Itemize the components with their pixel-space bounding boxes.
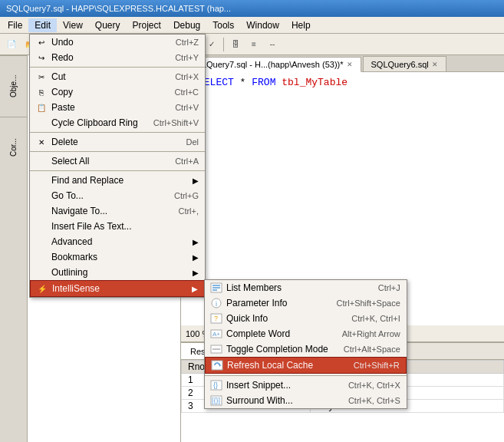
bookmarks-icon: [35, 251, 48, 263]
delete-label: Delete: [51, 137, 78, 147]
menu-outlining[interactable]: Outlining ▶: [30, 265, 205, 280]
menu-insert-file[interactable]: Insert File As Text...: [30, 219, 205, 234]
cycle-shortcut: Ctrl+Shift+V: [138, 118, 199, 127]
tab6-label: SQLQuery6.sql: [371, 60, 429, 69]
menu-cycle-clipboard[interactable]: Cycle Clipboard Ring Ctrl+Shift+V: [30, 115, 205, 130]
cut-label: Cut: [51, 71, 66, 82]
new-query-btn[interactable]: 📄: [3, 36, 20, 53]
submenu-list-members[interactable]: List Members Ctrl+J: [205, 280, 407, 295]
param-info-label: Parameter Info: [226, 298, 287, 308]
menu-edit[interactable]: Edit: [28, 18, 57, 32]
menu-goto[interactable]: Go To... Ctrl+G: [30, 188, 205, 203]
menu-file[interactable]: File: [2, 18, 28, 32]
complete-word-icon: A+: [209, 328, 223, 340]
menu-redo[interactable]: ↪ Redo Ctrl+Y: [30, 50, 205, 65]
copy-icon: ⎘: [35, 86, 48, 98]
comments-btn[interactable]: --: [264, 36, 281, 53]
menu-delete[interactable]: ✕ Delete Del: [30, 134, 205, 150]
menu-tools[interactable]: Tools: [206, 18, 240, 32]
star: *: [240, 77, 246, 88]
menu-project[interactable]: Project: [127, 18, 167, 32]
undo-shortcut: Ctrl+Z: [160, 38, 199, 47]
toggle-completion-label: Toggle Completion Mode: [226, 344, 328, 355]
menu-bookmarks[interactable]: Bookmarks ▶: [30, 249, 205, 265]
svg-text:A+: A+: [212, 331, 220, 338]
submenu-insert-snippet[interactable]: {} Insert Snippet... Ctrl+K, Ctrl+X: [205, 378, 407, 393]
complete-word-label: Complete Word: [226, 328, 290, 339]
list-members-shortcut: Ctrl+J: [363, 283, 400, 292]
submenu-sep: [205, 375, 407, 376]
menu-copy[interactable]: ⎘ Copy Ctrl+C: [30, 84, 205, 100]
menu-advanced[interactable]: Advanced ▶: [30, 234, 205, 249]
redo-icon: ↪: [35, 51, 48, 64]
db-btn[interactable]: 🗄: [227, 36, 244, 53]
bookmarks-label: Bookmarks: [51, 252, 97, 262]
advanced-label: Advanced: [51, 236, 92, 247]
submenu-refresh-cache[interactable]: Refresh Local Cache Ctrl+Shift+R: [205, 357, 407, 374]
param-info-icon: i: [209, 297, 223, 309]
undo-icon: ↩: [35, 36, 48, 48]
nav-icon: [35, 205, 48, 217]
intellisense-label: IntelliSense: [52, 283, 100, 294]
tab-query7[interactable]: SQLQuery7.sql - H...(happ\Anvesh (53))* …: [181, 57, 361, 72]
menu-find-replace[interactable]: Find and Replace ▶: [30, 173, 205, 188]
svg-text:?: ?: [214, 315, 218, 322]
intellisense-icon: ⚡: [35, 282, 49, 295]
submenu-toggle-completion[interactable]: Toggle Completion Mode Ctrl+Alt+Space: [205, 341, 407, 357]
undo-label: Undo: [51, 37, 74, 48]
tab-bar: SQLQuery7.sql - H...(happ\Anvesh (53))* …: [181, 55, 504, 72]
submenu-quick-info[interactable]: ? Quick Info Ctrl+K, Ctrl+I: [205, 311, 407, 326]
kw-from: FROM: [252, 77, 282, 88]
submenu-complete-word[interactable]: A+ Complete Word Alt+Right Arrow: [205, 326, 407, 341]
quick-info-label: Quick Info: [226, 313, 268, 324]
side-tab-obj[interactable]: Obje...: [0, 55, 27, 117]
code-line-2: [198, 91, 498, 106]
outlining-arrow: ▶: [185, 269, 199, 277]
quick-info-shortcut: Ctrl+K, Ctrl+I: [336, 314, 400, 323]
menu-undo[interactable]: ↩ Undo Ctrl+Z: [30, 35, 205, 50]
menu-window[interactable]: Window: [240, 18, 285, 32]
delete-shortcut: Del: [171, 137, 199, 147]
menu-select-all[interactable]: Select All Ctrl+A: [30, 153, 205, 169]
paste-label: Paste: [51, 102, 75, 113]
menu-paste[interactable]: 📋 Paste Ctrl+V: [30, 100, 205, 115]
sep-c: [30, 151, 205, 152]
menu-query[interactable]: Query: [89, 18, 127, 32]
insert-snippet-label: Insert Snippet...: [226, 380, 291, 391]
submenu-surround-with[interactable]: [{}] Surround With... Ctrl+K, Ctrl+S: [205, 393, 407, 408]
find-label: Find and Replace: [51, 175, 124, 186]
tab7-label: SQLQuery7.sql - H...(happ\Anvesh (53))*: [189, 60, 344, 69]
svg-text:{}: {}: [213, 381, 218, 389]
goto-icon: [35, 190, 48, 202]
tab6-close[interactable]: ✕: [432, 61, 438, 68]
menu-debug[interactable]: Debug: [167, 18, 206, 32]
menu-view[interactable]: View: [57, 18, 89, 32]
submenu-param-info[interactable]: i Parameter Info Ctrl+Shift+Space: [205, 295, 407, 311]
paste-icon: 📋: [35, 101, 48, 114]
obj-panel: Obje... Cor...: [0, 55, 28, 442]
title-bar: SQLQuery7.sql - HAPP\SQLEXPRESS.HCALATES…: [0, 0, 504, 17]
menu-navigate[interactable]: Navigate To... Ctrl+,: [30, 203, 205, 219]
surround-with-icon: [{}]: [209, 394, 223, 407]
menu-intellisense[interactable]: ⚡ IntelliSense ▶ List Members Ctrl+J i P…: [30, 280, 205, 297]
results-btn[interactable]: ≡: [245, 36, 262, 53]
menu-cut[interactable]: ✂ Cut Ctrl+X: [30, 69, 205, 84]
insert-file-label: Insert File As Text...: [51, 221, 131, 232]
select-all-icon: [35, 155, 48, 167]
refresh-cache-shortcut: Ctrl+Shift+R: [338, 361, 400, 370]
advanced-icon: [35, 236, 48, 248]
redo-label: Redo: [51, 52, 74, 63]
tab-query6[interactable]: SQLQuery6.sql ✕: [363, 56, 446, 71]
surround-with-label: Surround With...: [226, 395, 293, 406]
toggle-completion-shortcut: Ctrl+Alt+Space: [328, 345, 400, 354]
tab7-close[interactable]: ✕: [347, 61, 353, 68]
menu-help[interactable]: Help: [285, 18, 317, 32]
parse-btn[interactable]: ✓: [203, 36, 220, 53]
redo-shortcut: Ctrl+Y: [160, 53, 199, 62]
table-name: tbl_MyTable: [282, 77, 348, 88]
nav-shortcut: Ctrl+,: [163, 206, 199, 216]
insert-file-icon: [35, 220, 48, 233]
param-info-shortcut: Ctrl+Shift+Space: [321, 299, 400, 308]
side-tab-cor[interactable]: Cor...: [0, 117, 27, 178]
goto-label: Go To...: [51, 190, 84, 201]
